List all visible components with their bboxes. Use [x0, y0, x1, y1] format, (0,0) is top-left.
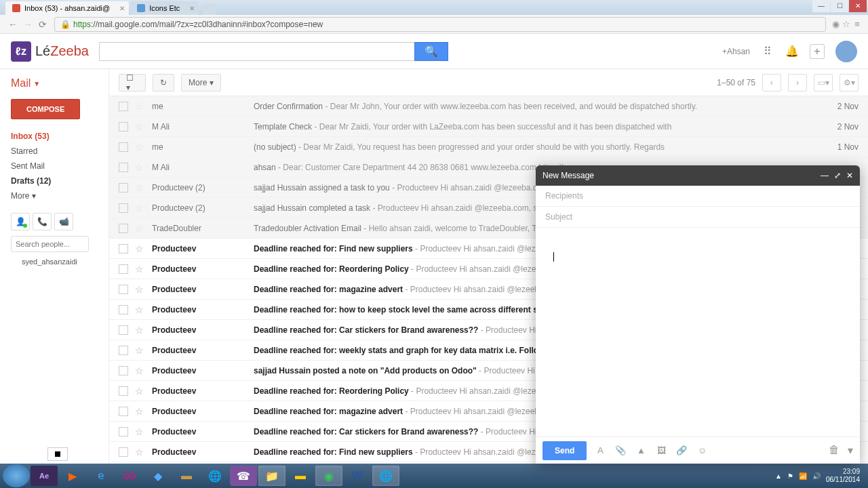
row-checkbox[interactable]	[119, 427, 128, 436]
subject-field[interactable]: Subject	[536, 207, 860, 228]
attach-icon[interactable]: 📎	[614, 445, 627, 455]
search-people-input[interactable]	[11, 236, 89, 252]
compose-more-icon[interactable]: ▾	[848, 444, 853, 457]
more-button[interactable]: More ▾	[181, 74, 221, 92]
search-button[interactable]: 🔍	[414, 42, 448, 61]
row-checkbox[interactable]	[119, 102, 128, 111]
row-checkbox[interactable]	[119, 203, 128, 213]
browser-tab-gmail[interactable]: Inbox (53) - ahsan.zaidi@ ✕	[5, 1, 129, 15]
drive-icon[interactable]: ▲	[634, 445, 648, 455]
emoji-icon[interactable]: ☺	[695, 445, 709, 455]
share-icon[interactable]: +	[810, 44, 825, 59]
taskbar-app-explorer[interactable]: 📁	[258, 466, 285, 486]
browser-tab-icons[interactable]: Icons Etc ✕	[130, 1, 199, 15]
email-row[interactable]: ☆meOrder Confirmation - Dear Mr John, Yo…	[109, 96, 868, 117]
photo-icon[interactable]: 🖼	[654, 445, 668, 455]
taskbar-app-box[interactable]: ◆	[144, 466, 172, 486]
taskbar-app-viber[interactable]: ☎	[230, 466, 257, 486]
tray-arrow-icon[interactable]: ▲	[775, 472, 782, 480]
tray-clock[interactable]: 23:09 06/11/2014	[826, 468, 860, 484]
row-checkbox[interactable]	[119, 264, 128, 274]
row-checkbox[interactable]	[119, 386, 128, 396]
row-checkbox[interactable]	[119, 163, 128, 172]
row-checkbox[interactable]	[119, 305, 128, 314]
link-icon[interactable]: 🔗	[675, 445, 688, 455]
settings-button[interactable]: ⚙▾	[840, 74, 859, 92]
prev-page-button[interactable]: ‹	[762, 74, 781, 92]
star-icon[interactable]: ☆	[135, 182, 144, 193]
star-icon[interactable]: ☆	[135, 121, 144, 132]
row-checkbox[interactable]	[119, 366, 128, 375]
compose-header[interactable]: New Message — ⤢ ✕	[536, 165, 860, 186]
star-icon[interactable]: ☆	[135, 162, 144, 173]
compose-button[interactable]: COMPOSE	[11, 99, 80, 119]
extension-icon[interactable]: ◉	[830, 19, 841, 29]
star-icon[interactable]: ☆	[135, 101, 144, 112]
system-tray[interactable]: ▲ ⚑ 📶 🔊 23:09 06/11/2014	[775, 468, 865, 484]
row-checkbox[interactable]	[119, 447, 128, 457]
logo[interactable]: ℓz LéZeeba	[11, 41, 99, 62]
row-checkbox[interactable]	[119, 325, 128, 335]
tray-network-icon[interactable]: 📶	[799, 472, 807, 480]
compose-popout-icon[interactable]: ⤢	[834, 171, 841, 180]
compose-minimize-icon[interactable]: —	[821, 171, 829, 180]
star-icon[interactable]: ☆	[135, 345, 144, 356]
sidebar-nav-item[interactable]: Starred	[11, 144, 108, 159]
start-button[interactable]	[3, 464, 30, 487]
close-tab-icon[interactable]: ✕	[119, 5, 125, 12]
taskbar-app-notes[interactable]: ▬	[287, 466, 314, 486]
product-switcher[interactable]: Mail ▼	[11, 77, 108, 89]
apps-icon[interactable]: ⠿	[761, 45, 774, 58]
sidebar-nav-item[interactable]: Sent Mail	[11, 159, 108, 174]
compose-close-icon[interactable]: ✕	[846, 171, 853, 180]
row-checkbox[interactable]	[119, 346, 128, 355]
sidebar-nav-item[interactable]: Drafts (12)	[11, 174, 108, 188]
compose-body[interactable]	[536, 228, 860, 436]
sidebar-nav-item[interactable]: Inbox (53)	[11, 129, 108, 144]
send-button[interactable]: Send	[542, 441, 587, 460]
google-plus-link[interactable]: +Ahsan	[722, 47, 750, 56]
window-maximize-button[interactable]: ☐	[831, 0, 848, 12]
hangouts-toggle[interactable]	[47, 447, 68, 461]
reload-button[interactable]: ⟳	[35, 19, 50, 30]
row-checkbox[interactable]	[119, 244, 128, 253]
close-tab-icon[interactable]: ✕	[189, 5, 195, 12]
taskbar-app-oo[interactable]: oo	[116, 466, 143, 486]
tray-volume-icon[interactable]: 🔊	[812, 472, 821, 480]
star-icon[interactable]: ☆	[135, 284, 144, 295]
taskbar-app-chrome-running[interactable]: 🌐	[372, 466, 399, 486]
star-icon[interactable]: ☆	[135, 426, 144, 437]
refresh-button[interactable]: ↻	[153, 74, 174, 92]
sidebar-nav-item[interactable]: More ▾	[11, 188, 108, 203]
star-icon[interactable]: ☆	[135, 243, 144, 254]
row-checkbox[interactable]	[119, 142, 128, 152]
email-row[interactable]: ☆me(no subject) - Dear Mr Zaidi, You req…	[109, 137, 868, 157]
tray-flag-icon[interactable]: ⚑	[787, 472, 793, 480]
hangouts-call-button[interactable]: 📞	[33, 213, 52, 230]
star-icon[interactable]: ☆	[135, 386, 144, 396]
taskbar-app-camtasia[interactable]: ◉	[315, 466, 342, 486]
formatting-icon[interactable]: A	[593, 445, 607, 455]
star-icon[interactable]: ☆	[135, 223, 144, 234]
taskbar-app-chrome[interactable]: 🌐	[201, 466, 229, 486]
search-input[interactable]	[99, 42, 414, 61]
recipients-field[interactable]: Recipients	[536, 186, 860, 207]
star-icon[interactable]: ☆	[135, 447, 144, 458]
next-page-button[interactable]: ›	[788, 74, 807, 92]
notifications-icon[interactable]: 🔔	[785, 45, 799, 58]
menu-icon[interactable]: ≡	[852, 19, 863, 29]
hangouts-contact[interactable]: syed_ahsanzaidi	[11, 256, 108, 267]
taskbar-app-ae[interactable]: Ae	[31, 466, 58, 486]
discard-icon[interactable]: 🗑	[829, 444, 840, 457]
star-icon[interactable]: ☆	[135, 264, 144, 274]
taskbar-app-ie[interactable]: e	[87, 466, 115, 486]
density-button[interactable]: ▭▾	[814, 74, 833, 92]
select-all-checkbox[interactable]: ☐ ▾	[119, 74, 146, 92]
row-checkbox[interactable]	[119, 183, 128, 192]
star-icon[interactable]: ☆	[135, 406, 144, 417]
back-button[interactable]: ←	[5, 19, 20, 30]
row-checkbox[interactable]	[119, 285, 128, 294]
star-icon[interactable]: ☆	[135, 142, 144, 152]
star-icon[interactable]: ☆	[135, 365, 144, 376]
bookmark-icon[interactable]: ☆	[841, 19, 852, 29]
